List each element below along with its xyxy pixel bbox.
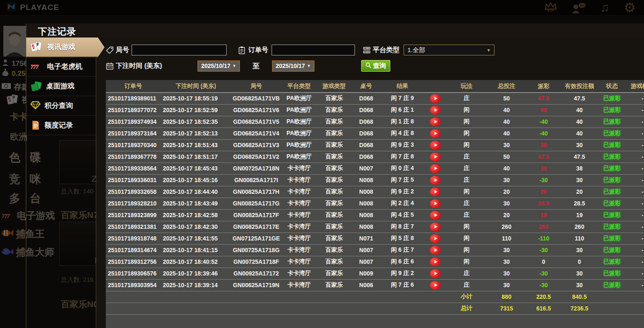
cell-game-type: 百家乐 xyxy=(317,279,352,291)
cell-total-bet: 30 xyxy=(487,174,527,186)
cell-round-id: GN00825A1717G xyxy=(231,198,282,209)
round-no-input[interactable] xyxy=(132,45,227,55)
cell-game-type: 百家乐 xyxy=(317,116,352,128)
replay-button[interactable] xyxy=(430,269,441,278)
cell-play-type: 庄 xyxy=(447,279,487,291)
play-icon xyxy=(434,272,437,275)
cell-order-id: 251017189323899 xyxy=(106,209,161,221)
cell-platform: PA欧洲厅 xyxy=(282,116,317,128)
cell-table-no: N007 xyxy=(352,244,381,256)
cards-icon xyxy=(30,41,43,53)
cell-valid-bet: 30 xyxy=(561,279,598,291)
cell-status: 已派彩 xyxy=(598,256,626,268)
cell-round-id: GN00725A1718G xyxy=(231,244,282,256)
cell-round-id: GD06825A171V3 xyxy=(231,139,282,151)
cell-valid-bet: 40 xyxy=(561,128,598,139)
cell-payout: -30 xyxy=(527,279,561,291)
menu-item-slots[interactable]: 电子老虎机 xyxy=(26,57,96,77)
cell-platform: 卡卡湾厅 xyxy=(282,244,317,256)
menu-item-points[interactable]: 积分查询 xyxy=(26,96,96,116)
cell-game-type: 百家乐 xyxy=(317,186,352,198)
replay-button[interactable] xyxy=(430,199,441,208)
cell-game-type: 百家乐 xyxy=(317,139,352,151)
cell-order-id: 251017189389011 xyxy=(106,93,161,104)
cell-valid-bet: 40 xyxy=(561,116,598,128)
date-to-picker[interactable]: 2025/10/17 xyxy=(272,60,315,72)
replay-button[interactable] xyxy=(430,153,441,161)
col-total-bet: 总投注 xyxy=(487,80,527,93)
order-no-input[interactable] xyxy=(272,45,355,55)
cell-replay xyxy=(424,128,447,139)
table-row: 251017189303954 2025-10-17 18:39:14 GN00… xyxy=(106,279,644,291)
cell-platform: PA欧洲厅 xyxy=(282,151,317,163)
col-status: 状态 xyxy=(598,80,626,93)
chevron-down-icon xyxy=(232,64,236,68)
cell-result: 闲 7 庄 8 xyxy=(381,151,424,163)
menu-item-video-games[interactable]: 视讯游戏 xyxy=(26,38,105,57)
replay-button[interactable] xyxy=(430,164,441,173)
cell-replay xyxy=(424,186,447,198)
replay-button[interactable] xyxy=(430,106,441,115)
play-icon xyxy=(434,202,437,205)
cell-order-id: 251017189332658 xyxy=(106,186,161,198)
cell-table-no: D068 xyxy=(352,93,381,104)
cell-bet-time: 2025-10-17 18:42:58 xyxy=(161,209,231,221)
cell-order-id: 251017189306576 xyxy=(106,268,161,279)
subtotal-bet: 880 xyxy=(487,291,527,303)
menu-item-table-games[interactable]: 桌面游戏 xyxy=(26,77,96,96)
replay-button[interactable] xyxy=(430,223,441,231)
cell-total-bet: 30 xyxy=(487,198,527,209)
platform-type-select[interactable]: 1.全部 xyxy=(404,45,494,55)
replay-button[interactable] xyxy=(430,129,441,138)
cell-order-id: 251017189328210 xyxy=(106,198,161,209)
cell-game-type: 百家乐 xyxy=(317,163,352,174)
cell-payout: -110 xyxy=(527,233,561,244)
replay-button[interactable] xyxy=(430,118,441,126)
cell-result: 闲 9 庄 2 xyxy=(381,268,424,279)
cell-order-id: 251017189338564 xyxy=(106,163,161,174)
cell-status: 已派彩 xyxy=(598,163,626,174)
search-button[interactable]: 查询 xyxy=(361,60,390,72)
replay-button[interactable] xyxy=(430,188,441,196)
cell-play-type: 闲 xyxy=(447,128,487,139)
replay-button[interactable] xyxy=(430,211,441,220)
cell-total-bet: 50 xyxy=(487,151,527,163)
cell-bet-time: 2025-10-17 18:40:52 xyxy=(161,256,231,268)
cell-result: 闲 6 庄 6 xyxy=(381,256,424,268)
cell-status: 已派彩 xyxy=(598,233,626,244)
cell-result: 闲 2 庄 4 xyxy=(381,198,424,209)
cell-round-id: GD06825A171V4 xyxy=(231,128,282,139)
replay-button[interactable] xyxy=(430,141,441,150)
menu-item-credit-records[interactable]: 额度记录 xyxy=(26,116,96,135)
total-payout: 616.5 xyxy=(527,303,561,314)
replay-button[interactable] xyxy=(430,94,441,103)
cell-payout: 28.5 xyxy=(527,198,561,209)
date-from-picker[interactable]: 2025/10/17 xyxy=(197,60,240,72)
cell-status: 已派彩 xyxy=(598,174,626,186)
screen: PLAYACE VIP 1756 0.25 xyxy=(0,0,644,328)
cell-platform: 卡卡湾厅 xyxy=(282,256,317,268)
round-no-label: 局号 xyxy=(106,46,129,55)
table-row: 251017189312756 2025-10-17 18:40:52 GN00… xyxy=(106,256,644,268)
replay-button[interactable] xyxy=(430,234,441,243)
cell-game-type: 百家乐 xyxy=(317,93,352,104)
col-game-type: 游戏类型 xyxy=(317,80,352,93)
replay-button[interactable] xyxy=(430,176,441,185)
cell-total-bet: 40 xyxy=(487,163,527,174)
table-row: 251017189318748 2025-10-17 18:41:55 GN07… xyxy=(106,233,644,244)
cell-total-bet: 40 xyxy=(487,128,527,139)
cell-game-mode: - xyxy=(626,233,644,244)
table-row: 251017189321381 2025-10-17 18:42:30 GN00… xyxy=(106,221,644,233)
cell-game-mode: - xyxy=(626,174,644,186)
replay-button[interactable] xyxy=(430,246,441,255)
replay-button[interactable] xyxy=(430,258,441,266)
cell-game-mode: - xyxy=(626,221,644,233)
cell-table-no: N007 xyxy=(352,256,381,268)
cell-payout: 20 xyxy=(527,186,561,198)
cell-result: 闲 7 庄 6 xyxy=(381,279,424,291)
table-header-row: 订单号 下注时间 (美东) 局号 平台类型 游戏类型 桌号 结果 玩法 总投注 xyxy=(106,80,644,93)
replay-button[interactable] xyxy=(430,281,441,290)
cell-result: 闲 5 庄 8 xyxy=(381,233,424,244)
cell-valid-bet: 110 xyxy=(561,233,598,244)
cell-bet-time: 2025-10-17 18:52:59 xyxy=(161,104,231,116)
